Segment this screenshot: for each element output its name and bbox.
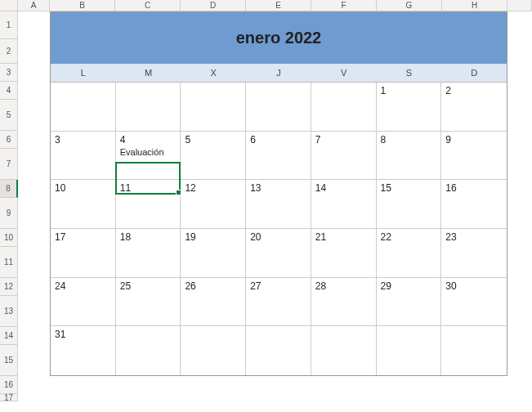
column-header-blank[interactable] [507, 0, 532, 11]
row-header-3[interactable]: 3 [0, 64, 18, 82]
column-header-D[interactable]: D [181, 0, 246, 11]
calendar-day[interactable]: 9 [441, 132, 507, 181]
column-header-C[interactable]: C [115, 0, 181, 11]
calendar-day[interactable]: 16 [441, 180, 507, 229]
cell[interactable] [507, 39, 532, 64]
calendar-day[interactable]: 12 [181, 180, 246, 229]
calendar-day[interactable]: 10 [51, 180, 116, 229]
calendar-day[interactable]: 8 [377, 132, 442, 181]
cell[interactable] [507, 296, 532, 327]
row-header-4[interactable]: 4 [0, 82, 18, 100]
calendar-day[interactable]: 13 [246, 180, 311, 229]
calendar-day[interactable]: 30 [441, 278, 507, 327]
cell[interactable] [507, 394, 532, 401]
calendar-day[interactable] [377, 326, 442, 375]
calendar-day[interactable]: 3 [51, 132, 116, 181]
cell[interactable] [181, 394, 246, 401]
row-header-12[interactable]: 12 [0, 278, 18, 296]
cell[interactable] [18, 394, 50, 401]
calendar-day[interactable]: 14 [311, 180, 377, 229]
cell[interactable] [181, 376, 246, 394]
calendar-day[interactable]: 6 [246, 132, 311, 181]
row-header-10[interactable]: 10 [0, 229, 18, 247]
row-header-5[interactable]: 5 [0, 100, 18, 131]
calendar-day[interactable] [181, 83, 246, 132]
cell[interactable] [115, 376, 181, 394]
cell[interactable] [50, 394, 115, 401]
calendar-day[interactable]: 25 [116, 278, 181, 327]
row-header-14[interactable]: 14 [0, 327, 18, 345]
column-header-A[interactable]: A [18, 0, 50, 11]
calendar-day[interactable] [116, 326, 181, 375]
cell[interactable] [18, 180, 50, 198]
calendar-day[interactable]: 19 [181, 229, 246, 278]
calendar-day[interactable] [311, 326, 377, 375]
cell[interactable] [377, 394, 442, 401]
cell[interactable] [507, 82, 532, 100]
cell[interactable] [18, 11, 50, 39]
cell[interactable] [507, 198, 532, 229]
cell[interactable] [507, 131, 532, 149]
calendar-day[interactable] [116, 83, 181, 132]
cell[interactable] [50, 376, 115, 394]
row-header-7[interactable]: 7 [0, 149, 18, 180]
cell[interactable] [246, 394, 311, 401]
cell[interactable] [18, 296, 50, 327]
cell[interactable] [115, 394, 181, 401]
cell[interactable] [507, 11, 532, 39]
cell[interactable] [507, 180, 532, 198]
cell[interactable] [311, 376, 377, 394]
calendar-day[interactable]: 28 [311, 278, 377, 327]
column-header-E[interactable]: E [246, 0, 311, 11]
calendar-day[interactable] [246, 83, 311, 132]
calendar-day[interactable]: 1 [377, 83, 442, 132]
cell[interactable] [18, 278, 50, 296]
calendar-day[interactable] [246, 326, 311, 375]
cell[interactable] [18, 131, 50, 149]
cell[interactable] [18, 149, 50, 180]
cell[interactable] [18, 247, 50, 278]
row-header-8[interactable]: 8 [0, 180, 18, 198]
cell[interactable] [507, 64, 532, 82]
cell[interactable] [18, 327, 50, 345]
cell[interactable] [18, 39, 50, 64]
calendar-day[interactable]: 4Evaluación [116, 132, 181, 181]
calendar-day[interactable]: 26 [181, 278, 246, 327]
calendar-day[interactable]: 29 [377, 278, 442, 327]
calendar-day[interactable]: 22 [377, 229, 442, 278]
calendar-day[interactable]: 31 [51, 326, 116, 375]
column-header-G[interactable]: G [377, 0, 442, 11]
row-header-2[interactable]: 2 [0, 39, 18, 64]
cell[interactable] [311, 394, 377, 401]
cell[interactable] [18, 345, 50, 376]
row-header-15[interactable]: 15 [0, 345, 18, 376]
calendar-day[interactable]: 20 [246, 229, 311, 278]
calendar-day[interactable]: 24 [51, 278, 116, 327]
cell[interactable] [507, 149, 532, 180]
cell[interactable] [18, 82, 50, 100]
cell[interactable] [507, 100, 532, 131]
cell[interactable] [442, 394, 507, 401]
cell[interactable] [442, 376, 507, 394]
cell[interactable] [507, 278, 532, 296]
calendar-day[interactable]: 23 [441, 229, 507, 278]
row-header-11[interactable]: 11 [0, 247, 18, 278]
cell[interactable] [377, 376, 442, 394]
select-all-corner[interactable] [0, 0, 18, 11]
column-header-B[interactable]: B [50, 0, 115, 11]
cell[interactable] [507, 247, 532, 278]
cell[interactable] [18, 376, 50, 394]
calendar-day[interactable]: 2 [441, 83, 507, 132]
calendar-day[interactable]: 11 [116, 180, 181, 229]
cell[interactable] [18, 198, 50, 229]
column-header-F[interactable]: F [311, 0, 377, 11]
calendar-day[interactable]: 17 [51, 229, 116, 278]
calendar-day[interactable] [51, 83, 116, 132]
calendar-day[interactable]: 21 [311, 229, 377, 278]
calendar-day[interactable] [311, 83, 377, 132]
cell[interactable] [507, 376, 532, 394]
row-header-9[interactable]: 9 [0, 198, 18, 229]
row-header-1[interactable]: 1 [0, 11, 18, 39]
cell[interactable] [18, 100, 50, 131]
calendar-day[interactable]: 7 [311, 132, 377, 181]
